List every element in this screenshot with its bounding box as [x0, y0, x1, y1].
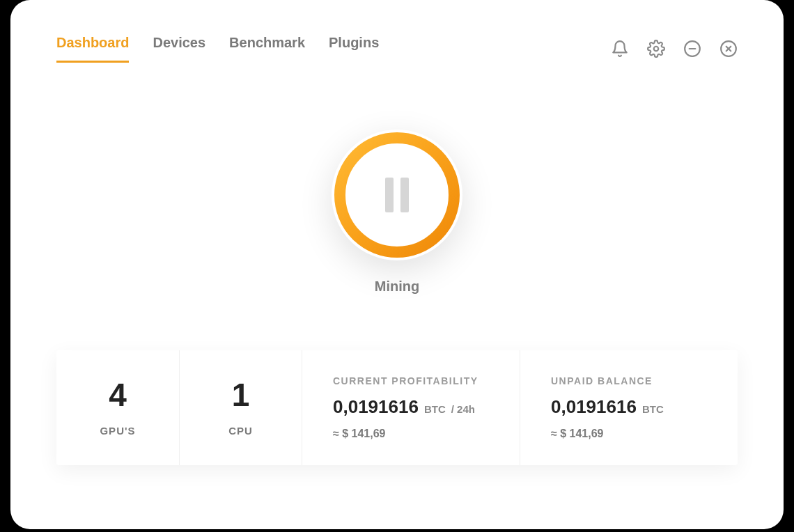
mining-status-label: Mining — [375, 279, 419, 295]
svg-point-0 — [654, 47, 659, 52]
tab-plugins[interactable]: Plugins — [329, 35, 379, 63]
gear-icon[interactable] — [647, 40, 665, 58]
profitability-value-row: 0,0191616 BTC / 24h — [333, 396, 489, 418]
cpu-card: 1 CPU — [179, 350, 302, 465]
profitability-value: 0,0191616 — [333, 396, 419, 418]
app-window: Dashboard Devices Benchmark Plugins — [10, 0, 784, 529]
profitability-card: CURRENT PROFITABILITY 0,0191616 BTC / 24… — [302, 350, 520, 465]
balance-unit: BTC — [642, 403, 664, 415]
balance-value-row: 0,0191616 BTC — [551, 396, 707, 418]
close-icon[interactable] — [719, 40, 738, 58]
mining-control: Mining — [10, 130, 784, 295]
gpu-card: 4 GPU'S — [56, 350, 179, 465]
stats-row: 4 GPU'S 1 CPU CURRENT PROFITABILITY 0,01… — [56, 350, 738, 465]
balance-approx: ≈ $ 141,69 — [551, 428, 707, 440]
balance-card: UNPAID BALANCE 0,0191616 BTC ≈ $ 141,69 — [520, 350, 738, 465]
cpu-count: 1 — [232, 379, 250, 411]
minimize-icon[interactable] — [683, 40, 701, 58]
gpu-count: 4 — [109, 379, 127, 411]
pause-icon — [385, 178, 409, 212]
profitability-unit: BTC — [424, 403, 446, 415]
tab-dashboard[interactable]: Dashboard — [56, 35, 129, 63]
profitability-title: CURRENT PROFITABILITY — [333, 375, 489, 386]
balance-title: UNPAID BALANCE — [551, 375, 707, 386]
nav-tabs: Dashboard Devices Benchmark Plugins — [56, 35, 379, 63]
tab-benchmark[interactable]: Benchmark — [229, 35, 305, 63]
header-icons — [611, 40, 738, 58]
gpu-label: GPU'S — [100, 425, 135, 437]
balance-value: 0,0191616 — [551, 396, 637, 418]
bell-icon[interactable] — [611, 40, 629, 58]
mining-toggle-button[interactable] — [332, 130, 462, 260]
header: Dashboard Devices Benchmark Plugins — [10, 0, 784, 63]
tab-devices[interactable]: Devices — [153, 35, 205, 63]
cpu-label: CPU — [228, 425, 253, 437]
profitability-approx: ≈ $ 141,69 — [333, 428, 489, 440]
profitability-per: / 24h — [451, 403, 475, 415]
